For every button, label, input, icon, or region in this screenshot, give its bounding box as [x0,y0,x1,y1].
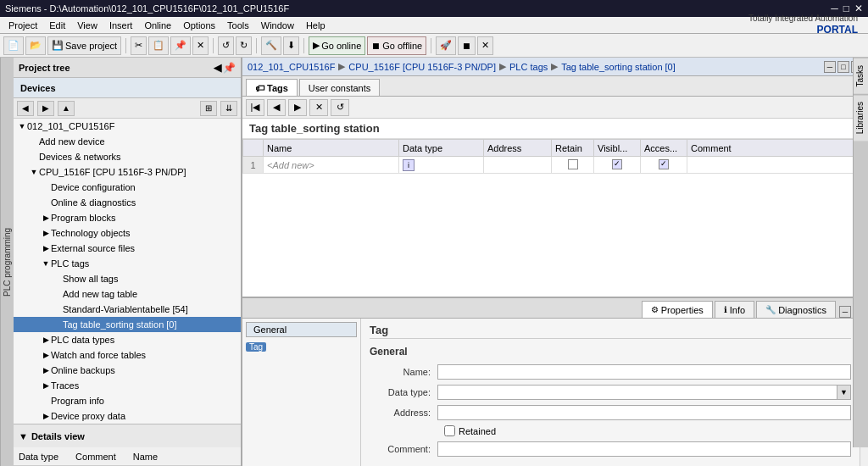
breadcrumb-part-4[interactable]: Tag table_sorting station [0] [561,62,676,72]
tree-item-add-device[interactable]: Add new device [14,134,241,149]
tree-item-show-all-tags[interactable]: Show all tags [14,271,241,286]
tree-arrow-program-blocks[interactable]: ▶ [41,214,51,222]
tree-header-pin[interactable]: 📌 [223,62,236,74]
maximize-button[interactable]: □ [843,3,849,14]
tag-prev-btn[interactable]: ◀ [267,99,286,116]
breadcrumb-part-2[interactable]: CPU_1516F [CPU 1516F-3 PN/DP] [348,62,496,72]
tag-next-btn[interactable]: ▶ [288,99,307,116]
copy-button[interactable]: 📋 [148,36,169,55]
menu-window[interactable]: Window [256,19,299,32]
row-retain[interactable] [552,157,594,174]
tree-item-tag-sorting[interactable]: Tag table_sorting station [0] [14,317,241,332]
prop-retained-checkbox[interactable] [444,425,455,436]
tree-item-cpu[interactable]: ▼CPU_1516F [CPU 1516F-3 PN/DP] [14,164,241,180]
tree-arrow-traces[interactable]: ▶ [41,381,51,390]
undo-button[interactable]: ↺ [218,36,234,55]
devices-tab[interactable]: Devices [14,78,241,98]
plc-programming-label[interactable]: PLC programming [0,58,14,466]
tree-arrow-root[interactable]: ▼ [17,122,27,130]
tab-info[interactable]: ℹ Info [715,301,754,318]
go-online-button[interactable]: ▶ Go online [309,36,365,55]
menu-help[interactable]: Help [301,19,331,32]
open-button[interactable]: 📂 [25,36,46,55]
tree-item-tech-objects[interactable]: ▶Technology objects [14,225,241,241]
prop-name-input[interactable] [437,364,851,380]
col-visible[interactable]: Visibl... [594,140,641,157]
save-button[interactable]: 💾 Save project [47,36,121,55]
cut-button[interactable]: ✂ [131,36,147,55]
col-retain[interactable]: Retain [552,140,594,157]
tree-item-program-blocks[interactable]: ▶Program blocks [14,210,241,225]
breadcrumb-part-1[interactable]: 012_101_CPU1516F [248,62,335,72]
start-simulation-button[interactable]: 🚀 [436,36,456,55]
tree-arrow-plc-data-types[interactable]: ▶ [41,336,51,344]
tag-refresh-btn[interactable]: ↺ [331,99,349,116]
tree-item-traces[interactable]: ▶Traces [14,378,241,393]
tree-item-standard-var[interactable]: Standard-Variablentabelle [54] [14,302,241,317]
tree-item-add-new-tag[interactable]: Add new tag table [14,286,241,302]
col-datatype[interactable]: Data type [399,140,484,157]
menu-edit[interactable]: Edit [44,19,70,32]
minimize-button[interactable]: ─ [831,3,838,14]
sidebar-libraries[interactable]: Libraries [854,94,868,141]
tab-properties[interactable]: ⚙ Properties [642,301,713,318]
menu-online[interactable]: Online [139,19,176,32]
tree-arrow-watch-force[interactable]: ▶ [41,351,51,359]
breadcrumb-part-3[interactable]: PLC tags [509,62,548,72]
reset-button[interactable]: ✕ [477,36,493,55]
tree-item-device-config[interactable]: Device configuration [14,180,241,195]
details-view-header[interactable]: ▼ Details view [14,424,241,447]
tree-item-program-info[interactable]: Program info [14,393,241,408]
tag-delete-btn[interactable]: ✕ [309,99,328,116]
tree-arrow-cpu[interactable]: ▼ [29,168,39,176]
datatype-btn[interactable]: i [403,159,415,171]
tab-user-constants[interactable]: User constants [299,79,380,96]
accessible-checkbox[interactable] [659,159,669,169]
paste-button[interactable]: 📌 [170,36,191,55]
tree-item-root[interactable]: ▼012_101_CPU1516F [14,119,241,134]
row-visible[interactable] [594,157,641,174]
window-restore-btn[interactable]: □ [837,61,849,73]
stop-simulation-button[interactable]: ⏹ [458,36,476,55]
menu-project[interactable]: Project [3,19,42,32]
download-button[interactable]: ⬇ [283,36,299,55]
tree-item-online-backups[interactable]: ▶Online backups [14,363,241,378]
col-address[interactable]: Address [484,140,552,157]
tree-forward-button[interactable]: ▶ [37,101,54,116]
tree-grid-button[interactable]: ⊞ [200,101,217,116]
general-menu-item[interactable]: General [246,322,357,337]
menu-options[interactable]: Options [178,19,220,32]
tree-arrow-online-backups[interactable]: ▶ [41,366,51,374]
prop-address-input[interactable] [437,405,851,420]
col-comment[interactable]: Comment [687,140,868,157]
tree-expand-button[interactable]: ⇊ [220,101,237,116]
visible-checkbox[interactable] [612,159,622,169]
tree-arrow-plc-tags[interactable]: ▼ [41,259,51,268]
col-name[interactable]: Name [264,140,399,157]
tree-item-plc-tags[interactable]: ▼PLC tags [14,256,241,271]
tag-first-btn[interactable]: |◀ [246,99,264,116]
close-button[interactable]: ✕ [854,3,863,14]
tree-item-online-diag[interactable]: Online & diagnostics [14,195,241,210]
tree-arrow-ext-source[interactable]: ▶ [41,244,51,252]
tree-back-button[interactable]: ◀ [17,101,34,116]
tree-item-ext-source[interactable]: ▶External source files [14,241,241,256]
row-accessible[interactable] [641,157,687,174]
retain-checkbox[interactable] [568,159,578,169]
tab-tags[interactable]: 🏷 Tags [246,79,298,96]
prop-comment-input[interactable] [437,441,851,457]
row-address[interactable] [484,157,552,174]
menu-view[interactable]: View [72,19,103,32]
tree-arrow-tech-objects[interactable]: ▶ [41,229,51,237]
tree-item-plc-data-types[interactable]: ▶PLC data types [14,332,241,347]
tree-up-button[interactable]: ▲ [58,101,75,116]
row-comment[interactable] [687,157,868,174]
col-accessible[interactable]: Acces... [641,140,687,157]
new-button[interactable]: 📄 [3,36,24,55]
tree-item-watch-force[interactable]: ▶Watch and force tables [14,347,241,363]
sidebar-tasks[interactable]: Tasks [854,58,868,94]
menu-tools[interactable]: Tools [222,19,254,32]
tree-item-devices-networks[interactable]: Devices & networks [14,149,241,164]
bottom-minimize-btn[interactable]: ─ [839,306,851,318]
compile-button[interactable]: 🔨 [261,36,281,55]
